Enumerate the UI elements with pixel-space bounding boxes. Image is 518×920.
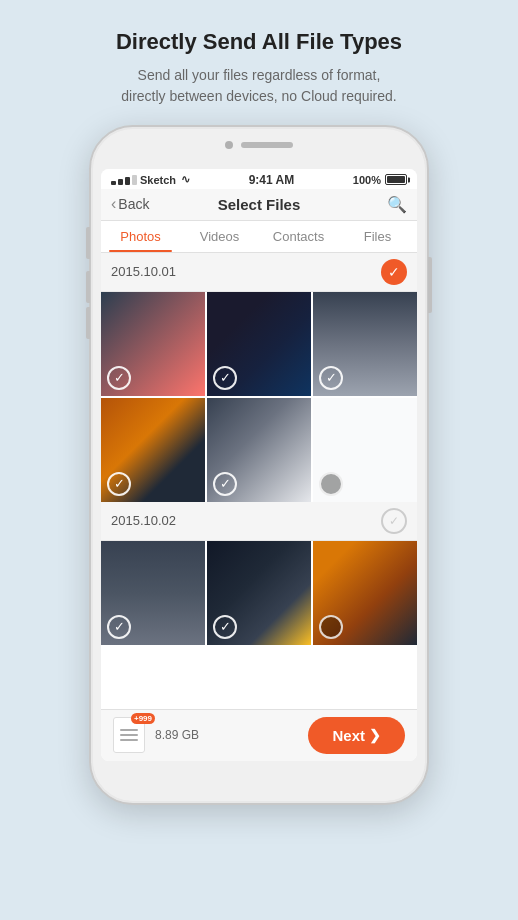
status-left: Sketch ∿	[111, 173, 190, 186]
doc-line-3	[120, 739, 138, 741]
photo-cell-3[interactable]: ✓	[313, 292, 417, 396]
photo-check-6[interactable]	[319, 472, 343, 496]
signal-bar-2	[118, 179, 123, 185]
section-date-1: 2015.10.01	[111, 264, 176, 279]
battery-icon	[385, 174, 407, 185]
photo-check-8[interactable]: ✓	[213, 615, 237, 639]
signal-bar-4	[132, 175, 137, 185]
badge-count: +999	[131, 713, 155, 724]
photo-cell-8[interactable]: ✓	[207, 541, 311, 645]
check-icon-1: ✓	[388, 264, 400, 280]
files-icon-wrap: +999	[113, 717, 149, 753]
next-chevron-icon: ❯	[369, 727, 381, 743]
page-subtitle: Send all your files regardless of format…	[116, 65, 402, 107]
tabs-bar: Photos Videos Contacts Files	[101, 221, 417, 253]
photo-cell-7[interactable]: ✓	[101, 541, 205, 645]
next-button[interactable]: Next ❯	[308, 717, 405, 754]
doc-lines	[120, 729, 138, 741]
page-header: Directly Send All File Types Send all yo…	[86, 0, 432, 125]
photo-check-4[interactable]: ✓	[107, 472, 131, 496]
photo-check-2[interactable]: ✓	[213, 366, 237, 390]
doc-line-1	[120, 729, 138, 731]
signal-bar-3	[125, 177, 130, 185]
battery-percent: 100%	[353, 174, 381, 186]
phone-mockup: Sketch ∿ 9:41 AM 100% ‹ Back Select File…	[89, 125, 429, 805]
signal-dots	[111, 175, 137, 185]
section-date-2: 2015.10.02	[111, 513, 176, 528]
section-header-2: 2015.10.02 ✓	[101, 502, 417, 541]
file-size-label: 8.89 GB	[155, 728, 199, 742]
photo-check-9[interactable]	[319, 615, 343, 639]
check-icon-2: ✓	[389, 514, 399, 528]
select-all-button-2[interactable]: ✓	[381, 508, 407, 534]
camera-dot	[225, 141, 233, 149]
back-label: Back	[118, 196, 149, 212]
battery-fill	[387, 176, 405, 183]
phone-top-bar	[225, 141, 293, 149]
photo-cell-9[interactable]	[313, 541, 417, 645]
back-chevron-icon: ‹	[111, 196, 116, 212]
next-label: Next	[332, 727, 365, 744]
tab-files[interactable]: Files	[338, 221, 417, 252]
back-button[interactable]: ‹ Back	[111, 196, 161, 212]
nav-title: Select Files	[161, 196, 357, 213]
tab-videos[interactable]: Videos	[180, 221, 259, 252]
signal-bar-1	[111, 181, 116, 185]
photo-cell-6[interactable]	[313, 398, 417, 502]
files-info: +999 8.89 GB	[113, 717, 308, 753]
photo-grid-2: ✓ ✓	[101, 541, 417, 645]
doc-line-2	[120, 734, 138, 736]
search-button[interactable]: 🔍	[357, 195, 407, 214]
photo-check-1[interactable]: ✓	[107, 366, 131, 390]
phone-screen: Sketch ∿ 9:41 AM 100% ‹ Back Select File…	[101, 169, 417, 761]
photo-check-5[interactable]: ✓	[213, 472, 237, 496]
photo-cell-4[interactable]: ✓	[101, 398, 205, 502]
page-title: Directly Send All File Types	[116, 28, 402, 57]
photo-check-3[interactable]: ✓	[319, 366, 343, 390]
tab-contacts[interactable]: Contacts	[259, 221, 338, 252]
photo-check-7[interactable]: ✓	[107, 615, 131, 639]
photo-cell-5[interactable]: ✓	[207, 398, 311, 502]
search-icon: 🔍	[387, 195, 407, 214]
section-header-1: 2015.10.01 ✓	[101, 253, 417, 292]
carrier-label: Sketch	[140, 174, 176, 186]
battery-body	[385, 174, 407, 185]
select-all-button-1[interactable]: ✓	[381, 259, 407, 285]
status-bar: Sketch ∿ 9:41 AM 100%	[101, 169, 417, 189]
photo-cell-2[interactable]: ✓	[207, 292, 311, 396]
bottom-bar: +999 8.89 GB Next ❯	[101, 709, 417, 761]
speaker-bar	[241, 142, 293, 148]
status-right: 100%	[353, 174, 407, 186]
photo-grid-1: ✓ ✓ ✓ ✓ ✓	[101, 292, 417, 502]
status-time: 9:41 AM	[249, 173, 295, 187]
wifi-icon: ∿	[181, 173, 190, 186]
nav-bar: ‹ Back Select Files 🔍	[101, 189, 417, 221]
photos-content: 2015.10.01 ✓ ✓ ✓ ✓ ✓ ✓	[101, 253, 417, 709]
photo-cell-1[interactable]: ✓	[101, 292, 205, 396]
tab-photos[interactable]: Photos	[101, 221, 180, 252]
